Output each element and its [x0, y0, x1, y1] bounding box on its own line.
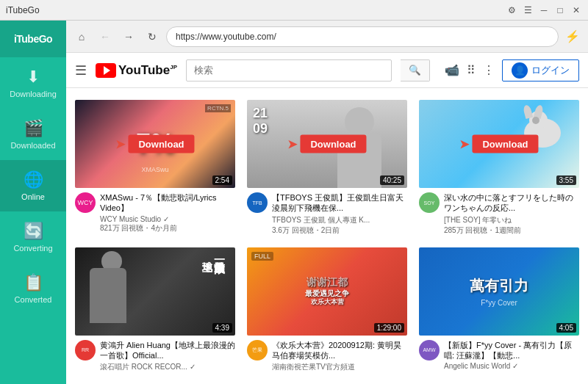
video-card-4[interactable]: 最浪漫的一首 地球上 4:39 RR 黄鴻升 Alien Huang【地球上最浪…	[75, 247, 235, 373]
download-arrow-1: ➤	[115, 137, 125, 151]
video-meta-6: 【新版】F*yy Cover - 萬有引力【原唱: 汪蘇瀧】【動悲... Ang…	[444, 340, 579, 371]
sidebar-item-converted[interactable]: 📋 Converted	[0, 263, 66, 314]
sidebar-item-online[interactable]: 🌐 Online	[0, 160, 66, 211]
apps-icon[interactable]: ⠿	[467, 63, 476, 77]
youtube-logo[interactable]: YouTubeJP	[96, 63, 177, 78]
youtube-logo-text: YouTubeJP	[118, 63, 177, 78]
video-channel-6: Angelic Music World ✓	[444, 362, 579, 370]
channel-icon-6: AMW	[419, 340, 440, 361]
video-meta-1: XMASwu - 7％【動悲歌詞/Lyrics Video】 WCY Music…	[100, 192, 235, 233]
video-title-5: 《欢乐大本营》20200912期: 黄明昊马伯赛場笑模仿...	[272, 340, 407, 361]
youtube-header: ☰ YouTubeJP 🔍 📹 ⠿ ⋮ 👤 ログイン	[66, 53, 588, 88]
gear-icon[interactable]: ⚙	[506, 4, 517, 16]
video-card-5[interactable]: 谢谢江都 最爱遇见之争 欢乐大本营 FULL 1:29:00 芒果 《欢乐大本营…	[247, 247, 407, 373]
video-duration-3: 3:55	[556, 175, 576, 185]
minimize-icon[interactable]: ─	[538, 4, 550, 16]
video-stats-3: 285万 回視聴・1週間前	[444, 225, 579, 236]
video-info-3: SOY 深い水の中に落とすフリをした時のワンちゃんの反応... [THE SOY…	[419, 188, 579, 236]
video-info-5: 芒果 《欢乐大本营》20200912期: 黄明昊马伯赛場笑模仿... 湖南衛視芒…	[247, 336, 407, 373]
video-info-6: AMW 【新版】F*yy Cover - 萬有引力【原唱: 汪蘇瀧】【動悲...…	[419, 336, 579, 371]
login-avatar-icon: 👤	[512, 62, 528, 79]
video-duration-2: 40:25	[380, 175, 404, 185]
sidebar-item-converting[interactable]: 🔄 Converting	[0, 211, 66, 263]
converted-icon: 📋	[24, 273, 43, 292]
download-icon: ⬇	[26, 68, 40, 87]
lightning-icon[interactable]: ⚡	[563, 27, 582, 46]
sidebar-item-downloaded[interactable]: 🎬 Downloaded	[0, 109, 66, 160]
channel-icon-3: SOY	[419, 192, 440, 213]
video-channel-5: 湖南衛視芒果TV官方頻道	[272, 362, 407, 372]
more-icon[interactable]: ⋮	[483, 63, 495, 77]
maximize-icon[interactable]: □	[554, 4, 566, 16]
video-card-1[interactable]: 7% RCTN.5 XMASwu 2:54 ➤ Download WCY XMA…	[75, 100, 235, 236]
video-stats-2: 3.6万 回視聴・2日前	[272, 225, 407, 236]
download-button-2[interactable]: Download	[300, 135, 366, 153]
hamburger-icon[interactable]: ☰	[75, 62, 87, 79]
youtube-header-right: 📹 ⠿ ⋮ 👤 ログイン	[445, 59, 579, 81]
app-body: iTubeGo ⬇ Downloading 🎬 Downloaded 🌐 Onl…	[0, 21, 588, 384]
login-label: ログイン	[531, 64, 570, 77]
video-duration-4: 4:39	[212, 323, 232, 333]
sidebar-label-online: Online	[21, 192, 45, 201]
video-title-1: XMASwu - 7％【動悲歌詞/Lyrics Video】	[100, 192, 235, 214]
youtube-search-button[interactable]: 🔍	[401, 59, 430, 81]
refresh-button[interactable]: ↻	[143, 27, 162, 46]
menu-icon[interactable]: ☰	[522, 4, 534, 16]
close-icon[interactable]: ✕	[570, 4, 582, 16]
video-info-4: RR 黄鴻升 Alien Huang【地球上最浪漫的一首歌】Official..…	[75, 336, 235, 373]
sidebar-label-downloaded: Downloaded	[10, 141, 55, 150]
video-thumb-3: 3:55 ➤ Download	[419, 100, 579, 188]
download-btn-container-2: ➤ Download	[287, 135, 366, 153]
url-input[interactable]	[166, 26, 559, 47]
video-card-2[interactable]: 2109 40:25 ➤ Download TFB	[247, 100, 407, 236]
video-info-1: WCY XMASwu - 7％【動悲歌詞/Lyrics Video】 WCY M…	[75, 188, 235, 233]
download-arrow-3: ➤	[459, 137, 469, 151]
youtube-search-input[interactable]	[186, 59, 392, 81]
forward-button[interactable]: →	[119, 27, 138, 46]
video-duration-6: 4:05	[556, 323, 576, 333]
home-button[interactable]: ⌂	[72, 27, 91, 46]
video-meta-5: 《欢乐大本营》20200912期: 黄明昊马伯赛場笑模仿... 湖南衛視芒果TV…	[272, 340, 407, 373]
video-title-2: 【TFBOYS 王俊凱】王俊凱生日富天淩晨别下飛機在保...	[272, 192, 407, 214]
sidebar: iTubeGo ⬇ Downloading 🎬 Downloaded 🌐 Onl…	[0, 21, 66, 384]
camera-icon[interactable]: 📹	[445, 63, 459, 77]
globe-icon: 🌐	[24, 170, 43, 189]
video-thumb-1: 7% RCTN.5 XMASwu 2:54 ➤ Download	[75, 100, 235, 188]
video-grid: 7% RCTN.5 XMASwu 2:54 ➤ Download WCY XMA…	[66, 88, 588, 384]
video-channel-1: WCY Music Studio ✓	[100, 215, 235, 223]
title-bar-left: iTubeGo	[6, 5, 40, 15]
video-channel-3: [THE SOY] 年零いね	[444, 215, 579, 225]
channel-icon-5: 芒果	[247, 340, 268, 361]
title-bar-icons: ⚙ ☰ ─ □ ✕	[506, 4, 582, 16]
video-duration-1: 2:54	[212, 175, 232, 185]
download-button-3[interactable]: Download	[472, 135, 538, 153]
download-btn-container-3: ➤ Download	[459, 135, 538, 153]
channel-icon-4: RR	[75, 340, 96, 361]
title-bar: iTubeGo ⚙ ☰ ─ □ ✕	[0, 0, 588, 21]
video-thumb-6: 萬有引力 F*yy Cover 4:05	[419, 247, 579, 336]
app-logo: iTubeGo	[0, 21, 66, 57]
video-stats-1: 821万 回視聴・4か月前	[100, 223, 235, 233]
right-panel: ⌂ ← → ↻ ⚡ ☰ YouTubeJP 🔍 📹 ⠿ ⋮	[66, 21, 588, 384]
video-thumb-4: 最浪漫的一首 地球上 4:39	[75, 247, 235, 336]
youtube-play-icon	[96, 63, 116, 78]
date-overlay-2: 2109	[253, 106, 268, 137]
video-duration-5: 1:29:00	[374, 323, 404, 333]
sidebar-label-converted: Converted	[15, 295, 52, 304]
convert-icon: 🔄	[24, 222, 43, 241]
video-meta-2: 【TFBOYS 王俊凱】王俊凱生日富天淩晨别下飛機在保... TFBOYS 王俊…	[272, 192, 407, 236]
video-title-3: 深い水の中に落とすフリをした時のワンちゃんの反応...	[444, 192, 579, 214]
sidebar-item-downloading[interactable]: ⬇ Downloading	[0, 57, 66, 109]
video-card-6[interactable]: 萬有引力 F*yy Cover 4:05 AMW 【新版】F*yy Cover …	[419, 247, 579, 373]
login-button[interactable]: 👤 ログイン	[502, 59, 579, 81]
back-button[interactable]: ←	[96, 27, 115, 46]
video-meta-4: 黄鴻升 Alien Huang【地球上最浪漫的一首歌】Official... 滾…	[100, 340, 235, 373]
video-info-2: TFB 【TFBOYS 王俊凱】王俊凱生日富天淩晨别下飛機在保... TFBOY…	[247, 188, 407, 236]
film-icon: 🎬	[24, 119, 43, 138]
download-button-1[interactable]: Download	[128, 135, 194, 153]
youtube-area: ☰ YouTubeJP 🔍 📹 ⠿ ⋮ 👤 ログイン	[66, 53, 588, 384]
video-thumb-5: 谢谢江都 最爱遇见之争 欢乐大本营 FULL 1:29:00	[247, 247, 407, 336]
video-title-4: 黄鴻升 Alien Huang【地球上最浪漫的一首歌】Official...	[100, 340, 235, 361]
video-card-3[interactable]: 3:55 ➤ Download SOY 深い水の中に落とすフリをした時のワンちゃ…	[419, 100, 579, 236]
video-channel-4: 滾石唱片 ROCK RECOR... ✓	[100, 362, 235, 372]
